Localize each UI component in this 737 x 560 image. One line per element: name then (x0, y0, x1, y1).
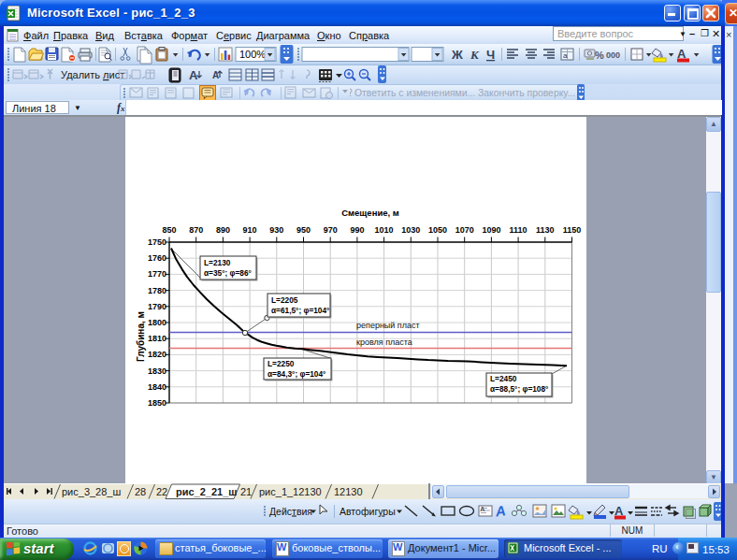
svg-text:1030: 1030 (401, 225, 420, 235)
svg-text:Закончить проверку...: Закончить проверку... (478, 88, 575, 98)
svg-text:A: A (481, 506, 485, 512)
svg-text:1810: 1810 (148, 334, 166, 343)
svg-text:12130: 12130 (334, 486, 363, 497)
svg-text:870: 870 (189, 225, 203, 235)
svg-text:21: 21 (240, 486, 252, 497)
svg-text:1820: 1820 (148, 350, 166, 359)
svg-text:L=2130: L=2130 (204, 258, 231, 267)
svg-text:1090: 1090 (482, 225, 500, 235)
svg-text:1770: 1770 (148, 269, 166, 279)
svg-text:990: 990 (350, 225, 364, 235)
svg-text:α=84,3°; φ=104°: α=84,3°; φ=104° (267, 369, 325, 379)
svg-text:850: 850 (162, 225, 176, 235)
svg-text:L=2450: L=2450 (490, 374, 517, 383)
svg-text:К: К (470, 48, 480, 62)
svg-text:Смещение, м: Смещение, м (341, 208, 399, 218)
svg-text:реперный пласт: реперный пласт (356, 321, 420, 330)
svg-text:рис_1_12130: рис_1_12130 (259, 486, 322, 497)
svg-text:1800: 1800 (148, 318, 166, 327)
svg-text:1840: 1840 (148, 382, 166, 392)
svg-text:1850: 1850 (148, 398, 166, 408)
svg-text:L=2205: L=2205 (271, 295, 298, 305)
svg-text:890: 890 (216, 225, 230, 235)
svg-text:α=61,5°; φ=104°: α=61,5°; φ=104° (271, 306, 329, 315)
svg-text:28: 28 (135, 486, 146, 497)
svg-text:рис_3_28_ш: рис_3_28_ш (62, 486, 121, 497)
svg-text:910: 910 (243, 225, 257, 235)
svg-text:970: 970 (324, 225, 338, 235)
svg-text:000: 000 (606, 50, 620, 60)
svg-text:рис_2_21_ш: рис_2_21_ш (176, 486, 237, 497)
svg-text:Действия: Действия (269, 506, 312, 517)
svg-text:A: A (212, 70, 219, 80)
svg-text:Ответить с изменениями...: Ответить с изменениями... (354, 88, 475, 98)
svg-text:%: % (595, 50, 604, 61)
svg-text:1780: 1780 (148, 286, 166, 295)
svg-text:1750: 1750 (148, 237, 166, 247)
svg-text:1050: 1050 (428, 225, 447, 235)
svg-text:1830: 1830 (148, 366, 166, 376)
svg-text:L=2250: L=2250 (267, 359, 295, 368)
svg-text:1130: 1130 (536, 225, 555, 235)
svg-text:1070: 1070 (455, 225, 474, 235)
svg-text:A: A (494, 502, 507, 519)
svg-text:1010: 1010 (375, 225, 394, 235)
svg-text:100%: 100% (239, 49, 266, 60)
svg-text:a: a (563, 51, 568, 60)
svg-text:22: 22 (156, 486, 167, 497)
svg-text:Автофигуры: Автофигуры (340, 506, 396, 517)
svg-text:кровля пласта: кровля пласта (356, 337, 412, 347)
svg-text:930: 930 (269, 225, 283, 235)
svg-text:1110: 1110 (510, 225, 527, 235)
svg-text:1790: 1790 (148, 302, 166, 311)
svg-text:950: 950 (296, 225, 311, 235)
svg-text:α=35°; φ=86°: α=35°; φ=86° (204, 268, 252, 278)
svg-text:α=88,5°; φ=108°: α=88,5°; φ=108° (490, 384, 548, 394)
svg-text:Ч: Ч (486, 48, 495, 62)
svg-text:1760: 1760 (148, 253, 166, 263)
svg-text:Удалить лист: Удалить лист (61, 69, 124, 80)
svg-text:1150: 1150 (563, 225, 582, 235)
svg-text:Глубина, м: Глубина, м (136, 311, 146, 362)
svg-text:Ж: Ж (451, 48, 463, 62)
